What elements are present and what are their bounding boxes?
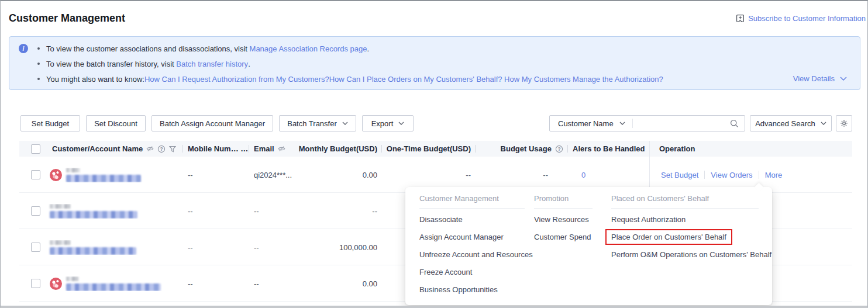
bullet-text: To view the customer associations and di… — [46, 44, 250, 53]
eye-off-icon[interactable] — [278, 145, 285, 153]
menu-item-freeze-account[interactable]: Freeze Account — [419, 264, 554, 281]
subscribe-label: Subscribe to Customer Information — [748, 14, 866, 23]
redacted-customer-name-link[interactable] — [50, 247, 136, 255]
mobile-cell: -- — [183, 279, 249, 288]
redacted-account-label — [50, 204, 71, 209]
bookmark-plus-icon — [736, 14, 745, 23]
menu-item-place-order-on-customers-behalf[interactable]: Place Order on Customers' Behalf — [605, 229, 732, 245]
banner-bullet-3: You might also want to know:How Can I Re… — [37, 71, 663, 86]
divider — [704, 171, 705, 179]
set-budget-button[interactable]: Set Budget — [20, 115, 80, 131]
menu-item-request-authorization[interactable]: Request Authorization — [611, 211, 769, 229]
menu-item-perform-om-operations[interactable]: Perform O&M Operations on Customers' Beh… — [611, 246, 769, 264]
banner-bullet-1: To view the customer associations and di… — [37, 41, 663, 56]
search-icon[interactable] — [730, 119, 739, 128]
column-header-alerts[interactable]: Alers to Be Handled — [568, 141, 649, 157]
search-filter-label: Customer Name — [558, 119, 614, 128]
request-authorization-faq-link[interactable]: How Can I Request Authorization from My … — [144, 75, 329, 84]
advanced-search-label: Advanced Search — [755, 119, 815, 128]
redacted-account-label — [50, 240, 71, 245]
bullet-text: . — [367, 44, 369, 53]
email-cell: -- — [249, 207, 300, 216]
batch-transfer-history-link[interactable]: Batch transfer history — [176, 60, 248, 68]
column-header-mobile[interactable]: Mobile Num… … — [183, 141, 249, 157]
mobile-cell: -- — [183, 207, 249, 216]
row-view-orders-link[interactable]: View Orders — [711, 171, 752, 179]
menu-item-view-resources[interactable]: View Resources — [534, 211, 604, 229]
table-header-row: Customer/Account Name ? Mobile Num… … Em… — [19, 141, 852, 157]
subscribe-link[interactable]: Subscribe to Customer Information — [736, 14, 866, 23]
budget-usage-cell: -- — [476, 171, 568, 179]
view-details-label: View Details — [793, 74, 835, 83]
monthly-budget-cell: 0.00 — [300, 279, 382, 288]
export-button[interactable]: Export — [362, 115, 414, 131]
more-actions-popup: Customer Management Disassociate Assign … — [405, 187, 772, 305]
redacted-account-label — [66, 276, 79, 281]
divider — [759, 171, 759, 179]
chevron-down-icon — [840, 77, 847, 81]
table-settings-button[interactable] — [836, 115, 852, 131]
place-orders-faq-link[interactable]: How Can I Place Orders on My Customers' … — [329, 75, 504, 84]
filter-icon[interactable] — [169, 146, 176, 153]
column-header-monthly-budget[interactable]: Monthly Budget(USD) — [300, 141, 382, 157]
advanced-search-button[interactable]: Advanced Search — [750, 115, 832, 131]
redacted-customer-name-link[interactable] — [50, 211, 137, 219]
set-discount-button[interactable]: Set Discount — [86, 115, 146, 131]
column-label: Operation — [659, 144, 695, 153]
bullet-text: You might also want to know: — [46, 75, 144, 84]
export-label: Export — [371, 119, 394, 128]
menu-item-customer-spend[interactable]: Customer Spend — [534, 229, 604, 246]
view-details-link[interactable]: View Details — [793, 73, 847, 84]
mobile-cell: -- — [183, 243, 249, 252]
svg-text:?: ? — [557, 146, 560, 152]
one-time-budget-cell: -- — [382, 171, 476, 179]
popup-group-title: Customer Management — [419, 194, 525, 209]
monthly-budget-cell: -- — [300, 207, 382, 216]
column-header-one-time-budget[interactable]: One-Time Budget(USD) — [382, 141, 476, 157]
manage-association-records-link[interactable]: Manage Association Records page — [250, 44, 367, 53]
column-label: Customer/Account Name — [52, 144, 143, 153]
help-icon[interactable]: ? — [157, 145, 166, 153]
menu-item-business-opportunities[interactable]: Business Opportunities — [419, 281, 554, 299]
menu-item-unfreeze-account-and-resources[interactable]: Unfreeze Account and Resources — [419, 246, 554, 264]
popup-group-promotion: Promotion View Resources Customer Spend — [534, 194, 604, 246]
row-checkbox[interactable] — [31, 243, 40, 252]
manage-authorization-faq-link[interactable]: How My Customers Manage the Authorizatio… — [504, 75, 663, 84]
row-checkbox[interactable] — [31, 206, 40, 216]
column-header-budget-usage[interactable]: Budget Usage ? — [476, 141, 568, 157]
search-filter-select[interactable]: Customer Name — [550, 119, 632, 128]
batch-transfer-label: Batch Transfer — [287, 119, 337, 128]
chevron-down-icon — [619, 122, 625, 125]
enterprise-badge-icon — [50, 278, 62, 290]
bullet-dot — [37, 63, 40, 65]
row-checkbox[interactable] — [31, 279, 40, 288]
banner-bullets: To view the customer associations and di… — [37, 41, 663, 86]
row-checkbox[interactable] — [31, 170, 40, 179]
batch-assign-account-manager-button[interactable]: Batch Assign Account Manager — [151, 115, 273, 131]
help-icon[interactable]: ? — [555, 145, 563, 153]
alerts-count-link[interactable]: 0 — [573, 171, 585, 179]
monthly-budget-cell: 100,000.00 — [300, 243, 382, 252]
popup-group-title: Placed on Customers' Behalf — [611, 194, 759, 209]
eye-off-icon[interactable] — [146, 145, 154, 153]
column-label: One-Time Budget(USD) — [387, 144, 471, 153]
select-all-checkbox[interactable] — [31, 144, 40, 154]
redacted-customer-name-link[interactable] — [66, 175, 141, 182]
batch-transfer-button[interactable]: Batch Transfer — [279, 115, 356, 131]
bullet-dot — [37, 47, 40, 50]
column-header-email[interactable]: Email — [249, 141, 300, 157]
bullet-text: To view the batch transfer history, visi… — [46, 60, 176, 68]
chevron-down-icon — [342, 122, 348, 125]
column-header-customer-account-name[interactable]: Customer/Account Name ? — [47, 141, 183, 157]
gear-icon — [839, 119, 849, 128]
enterprise-badge-icon — [50, 169, 62, 181]
email-cell: qi2024***... — [249, 171, 300, 179]
popup-group-placed-on-customers-behalf: Placed on Customers' Behalf Request Auth… — [611, 194, 769, 264]
row-set-budget-link[interactable]: Set Budget — [661, 171, 698, 179]
redacted-customer-name-link[interactable] — [66, 283, 161, 291]
column-label: Budget Usage — [501, 144, 552, 153]
email-cell: -- — [249, 279, 300, 288]
row-more-link[interactable]: More — [765, 171, 783, 179]
mobile-cell: -- — [183, 171, 249, 179]
search-input[interactable] — [633, 116, 730, 130]
